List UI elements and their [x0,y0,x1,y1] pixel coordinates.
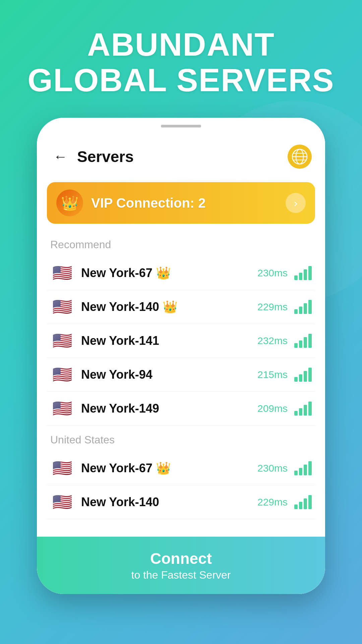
vip-text: VIP Connection: 2 [91,196,286,211]
server-flag: 🇺🇸 [50,493,74,512]
vip-banner[interactable]: 👑 VIP Connection: 2 › [47,182,315,224]
server-latency: 215ms [251,369,288,380]
section-us-label: United States [47,426,315,451]
server-name: New York-67 👑 [81,461,251,475]
server-latency: 230ms [251,267,288,279]
header-line2: GLOBAL SERVERS [27,62,334,98]
server-name: New York-67 👑 [81,266,251,280]
server-name: New York-94 [81,368,251,382]
server-latency: 230ms [251,463,288,474]
server-latency: 229ms [251,496,288,508]
phone-notch [161,125,201,127]
globe-button[interactable] [288,145,312,169]
server-name: New York-141 [81,334,251,348]
server-name: New York-140 👑 [81,300,251,314]
server-item[interactable]: 🇺🇸 New York-140 229ms [47,485,315,519]
page-wrapper: ABUNDANT GLOBAL SERVERS ← Servers [0,0,362,644]
connect-btn-sub-text: to the Fastest Server [131,569,231,581]
server-name: New York-140 [81,495,251,509]
server-latency: 209ms [251,403,288,414]
header-line1: ABUNDANT [27,27,334,62]
server-item[interactable]: 🇺🇸 New York-67 👑 230ms [47,451,315,485]
page-header: ABUNDANT GLOBAL SERVERS [7,27,354,98]
phone-mockup: ← Servers 👑 VIP Connection: [37,118,325,594]
server-flag: 🇺🇸 [50,264,74,282]
app-title: Servers [77,148,288,166]
server-name: New York-149 [81,401,251,416]
signal-bars-icon [294,368,312,382]
signal-bars-icon [294,266,312,280]
server-item[interactable]: 🇺🇸 New York-149 209ms [47,392,315,426]
server-list: Recommend 🇺🇸 New York-67 👑 230ms 🇺🇸 New … [37,230,325,537]
connect-btn-main-text: Connect [150,549,212,568]
signal-bars-icon [294,334,312,348]
server-item[interactable]: 🇺🇸 New York-94 215ms [47,358,315,392]
signal-bars-icon [294,461,312,475]
server-flag: 🇺🇸 [50,331,74,350]
signal-bars-icon [294,495,312,509]
app-header: ← Servers [37,135,325,179]
server-item[interactable]: 🇺🇸 New York-141 232ms [47,324,315,358]
server-item[interactable]: 🇺🇸 New York-67 👑 230ms [47,256,315,290]
back-button[interactable]: ← [50,147,70,167]
app-content: ← Servers 👑 VIP Connection: [37,135,325,594]
back-arrow-icon: ← [53,150,67,164]
signal-bars-icon [294,401,312,416]
connect-button[interactable]: Connect to the Fastest Server [37,537,325,594]
vip-arrow-icon: › [286,193,306,213]
server-latency: 232ms [251,335,288,346]
vip-crown-icon: 👑 [56,190,83,216]
phone-top-bar [37,118,325,135]
globe-icon [291,148,308,165]
server-flag: 🇺🇸 [50,298,74,316]
signal-bars-icon [294,300,312,314]
server-flag: 🇺🇸 [50,365,74,384]
server-latency: 229ms [251,301,288,313]
server-item[interactable]: 🇺🇸 New York-140 👑 229ms [47,290,315,324]
server-flag: 🇺🇸 [50,399,74,418]
section-recommend-label: Recommend [47,230,315,256]
server-flag: 🇺🇸 [50,459,74,478]
